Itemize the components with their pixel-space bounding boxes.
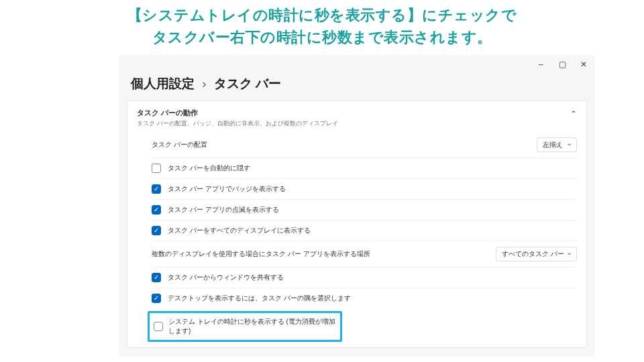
breadcrumb-current: タスク バー	[214, 76, 281, 90]
autohide-checkbox[interactable]	[152, 164, 161, 173]
row-alignment: タスク バーの配置 左揃え	[152, 132, 577, 158]
all-displays-checkbox[interactable]	[152, 226, 161, 235]
autohide-label: タスク バーを自動的に隠す	[168, 164, 577, 173]
show-desktop-label: デスクトップを表示するには、タスク バーの隅を選択します	[168, 294, 577, 303]
share-window-label: タスク バーからウィンドウを共有する	[168, 273, 577, 282]
taskbar-behaviors-panel: タスク バーの動作 タスク バーの配置、バッジ、自動的に非表示、および複数のディ…	[127, 101, 587, 348]
row-autohide[interactable]: タスク バーを自動的に隠す	[152, 158, 577, 178]
row-show-seconds-highlighted[interactable]: システム トレイの時計に秒を表示する (電力消費が増加します)	[148, 311, 342, 342]
show-seconds-checkbox[interactable]	[154, 322, 163, 331]
window-titlebar: – ▢ ✕	[119, 55, 595, 74]
settings-window: – ▢ ✕ 個人用設定 › タスク バー タスク バーの動作 タスク バーの配置…	[119, 55, 595, 357]
flashing-checkbox[interactable]	[152, 205, 161, 215]
row-show-desktop[interactable]: デスクトップを表示するには、タスク バーの隅を選択します	[152, 288, 577, 308]
flashing-label: タスク バー アプリの点滅を表示する	[168, 205, 577, 215]
badges-checkbox[interactable]	[152, 184, 161, 194]
alignment-label: タスク バーの配置	[152, 140, 537, 149]
panel-title: タスク バーの動作	[137, 108, 338, 118]
multi-display-where-select[interactable]: すべてのタスク バー	[496, 247, 577, 261]
annotation-banner: 【システムトレイの時計に秒を表示する】にチェックで タスクバー右下の時計に秒数ま…	[0, 0, 644, 51]
badges-label: タスク バー アプリでバッジを表示する	[168, 184, 577, 194]
row-multi-display-where: 複数のディスプレイを使用する場合にタスク バー アプリを表示する場所 すべてのタ…	[152, 241, 577, 267]
row-all-displays[interactable]: タスク バーをすべてのディスプレイに表示する	[152, 220, 577, 241]
close-button[interactable]: ✕	[579, 60, 588, 69]
show-seconds-label: システム トレイの時計に秒を表示する (電力消費が増加します)	[168, 317, 336, 336]
maximize-button[interactable]: ▢	[557, 60, 567, 69]
breadcrumb-separator: ›	[202, 76, 206, 90]
panel-header[interactable]: タスク バーの動作 タスク バーの配置、バッジ、自動的に非表示、および複数のディ…	[137, 108, 577, 128]
row-badges[interactable]: タスク バー アプリでバッジを表示する	[152, 178, 577, 199]
breadcrumb-parent[interactable]: 個人用設定	[131, 76, 195, 90]
share-window-checkbox[interactable]	[152, 273, 161, 282]
panel-subtitle: タスク バーの配置、バッジ、自動的に非表示、および複数のディスプレイ	[137, 119, 338, 128]
breadcrumb: 個人用設定 › タスク バー	[119, 74, 595, 101]
annotation-line2: タスクバー右下の時計に秒数まで表示されます。	[0, 26, 644, 48]
alignment-select[interactable]: 左揃え	[537, 137, 577, 152]
chevron-up-icon: ⌃	[570, 109, 577, 119]
show-desktop-checkbox[interactable]	[152, 294, 161, 303]
all-displays-label: タスク バーをすべてのディスプレイに表示する	[168, 226, 577, 235]
minimize-button[interactable]: –	[536, 60, 545, 69]
annotation-line1: 【システムトレイの時計に秒を表示する】にチェックで	[0, 4, 644, 26]
row-share-window[interactable]: タスク バーからウィンドウを共有する	[152, 267, 577, 288]
row-flashing[interactable]: タスク バー アプリの点滅を表示する	[152, 199, 577, 220]
multi-display-where-label: 複数のディスプレイを使用する場合にタスク バー アプリを表示する場所	[152, 249, 496, 259]
